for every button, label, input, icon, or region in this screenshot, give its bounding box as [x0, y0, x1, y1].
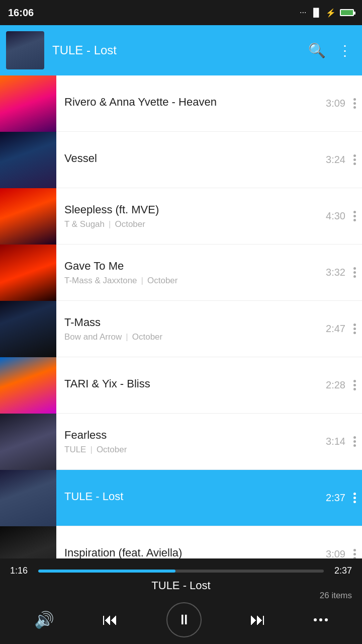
song-title-sleepless: Sleepless (ft. MVE)	[64, 203, 311, 217]
sep-sleepless: |	[109, 219, 111, 229]
progress-bar-container[interactable]	[38, 570, 324, 573]
song-title-inspiration: Inspiration (feat. Aviella)	[64, 546, 311, 558]
song-meta-fearless: TULE | October	[64, 445, 311, 455]
song-right-gave: 3:32	[319, 267, 362, 278]
more-vert-icon-sleepless[interactable]	[353, 211, 356, 221]
song-item-bliss[interactable]: TARI & Yix - Bliss 2:28	[0, 357, 362, 414]
song-meta-sleepless: T & Sugah | October	[64, 219, 311, 229]
song-thumb-fearless	[0, 414, 56, 470]
rewind-icon[interactable]: ⏮	[102, 610, 118, 629]
battery-lightning: ⚡	[326, 8, 336, 18]
song-info-lost: TULE - Lost	[56, 490, 319, 506]
song-thumb-bliss	[0, 357, 56, 414]
song-right-inspiration: 3:09	[319, 548, 362, 558]
more-controls[interactable]	[314, 618, 328, 621]
song-artist-sleepless: T & Sugah	[64, 219, 105, 229]
status-time: 16:06	[8, 7, 34, 19]
ctrl-dot-1	[314, 618, 317, 621]
sep-fearless: |	[90, 445, 92, 455]
song-thumb-gave	[0, 245, 56, 301]
song-title-lost: TULE - Lost	[64, 490, 311, 504]
more-vert-icon-heaven[interactable]	[353, 98, 356, 109]
song-item-lost[interactable]: TULE - Lost 2:37	[0, 470, 362, 526]
song-info-fearless: Fearless TULE | October	[56, 428, 319, 455]
song-meta-gave: T-Mass & Jaxxtone | October	[64, 276, 311, 286]
song-info-sleepless: Sleepless (ft. MVE) T & Sugah | October	[56, 203, 319, 229]
song-duration-vessel: 3:24	[319, 154, 345, 166]
song-duration-heaven: 3:09	[319, 98, 345, 109]
song-thumb-tmass	[0, 301, 56, 357]
song-info-inspiration: Inspiration (feat. Aviella)	[56, 546, 319, 558]
song-artist-gave: T-Mass & Jaxxtone	[64, 276, 137, 286]
song-item-sleepless[interactable]: Sleepless (ft. MVE) T & Sugah | October …	[0, 188, 362, 245]
song-right-bliss: 2:28	[319, 379, 362, 391]
progress-bar-fill	[38, 570, 175, 573]
signal-bars: ▐▌	[310, 8, 322, 17]
song-info-bliss: TARI & Yix - Bliss	[56, 377, 319, 393]
song-artist-tmass: Bow and Arrow	[64, 332, 122, 342]
status-bar: 16:06 ··· ▐▌ ⚡	[0, 0, 362, 25]
song-right-vessel: 3:24	[319, 154, 362, 166]
app-header: TULE - Lost 🔍 ⋮	[0, 25, 362, 75]
more-vert-icon-gave[interactable]	[353, 267, 356, 278]
song-duration-fearless: 3:14	[319, 436, 345, 447]
song-title-gave: Gave To Me	[64, 259, 311, 274]
song-duration-tmass: 2:47	[319, 323, 345, 335]
song-album-tmass: October	[132, 332, 162, 342]
more-vert-icon[interactable]: ⋮	[338, 42, 352, 59]
song-right-lost: 2:37	[319, 492, 362, 504]
song-right-heaven: 3:09	[319, 98, 362, 109]
song-album-gave: October	[147, 276, 177, 286]
song-duration-lost: 2:37	[319, 492, 345, 504]
song-item-gave[interactable]: Gave To Me T-Mass & Jaxxtone | October 3…	[0, 245, 362, 301]
signal-dots: ···	[300, 8, 306, 17]
song-duration-gave: 3:32	[319, 267, 345, 278]
player-controls: 🔊 ⏮ ⏸ ⏭	[0, 595, 362, 644]
song-duration-bliss: 2:28	[319, 379, 345, 391]
fast-forward-icon[interactable]: ⏭	[250, 610, 266, 629]
search-icon[interactable]: 🔍	[308, 42, 326, 59]
time-current: 1:16	[10, 566, 32, 576]
items-badge: 26 items	[320, 591, 352, 601]
more-vert-icon-lost[interactable]	[353, 493, 356, 503]
sep-gave: |	[141, 276, 143, 286]
status-right: ··· ▐▌ ⚡	[300, 8, 354, 18]
song-meta-tmass: Bow and Arrow | October	[64, 332, 311, 342]
player-now-playing-title: TULE - Lost	[0, 576, 362, 595]
song-item-inspiration[interactable]: Inspiration (feat. Aviella) 3:09	[0, 526, 362, 558]
song-thumb-lost	[0, 470, 56, 526]
more-vert-icon-tmass[interactable]	[353, 324, 356, 334]
more-vert-icon-bliss[interactable]	[353, 380, 356, 390]
song-info-gave: Gave To Me T-Mass & Jaxxtone | October	[56, 259, 319, 286]
song-duration-sleepless: 4:30	[319, 210, 345, 222]
song-title-fearless: Fearless	[64, 428, 311, 443]
song-item-heaven[interactable]: Rivero & Anna Yvette - Heaven 3:09	[0, 75, 362, 132]
song-title-heaven: Rivero & Anna Yvette - Heaven	[64, 95, 311, 110]
player-bar: 1:16 2:37 TULE - Lost 26 items 🔊 ⏮ ⏸ ⏭	[0, 558, 362, 644]
song-thumb-vessel	[0, 132, 56, 188]
header-title: TULE - Lost	[52, 43, 308, 57]
song-thumb-heaven	[0, 75, 56, 132]
song-info-tmass: T-Mass Bow and Arrow | October	[56, 315, 319, 342]
song-right-tmass: 2:47	[319, 323, 362, 335]
song-info-vessel: Vessel	[56, 151, 319, 168]
more-vert-icon-vessel[interactable]	[353, 154, 356, 165]
song-item-vessel[interactable]: Vessel 3:24	[0, 132, 362, 188]
song-right-sleepless: 4:30	[319, 210, 362, 222]
more-vert-icon-inspiration[interactable]	[353, 549, 356, 558]
song-title-tmass: T-Mass	[64, 315, 311, 330]
volume-icon[interactable]: 🔊	[34, 610, 54, 629]
header-thumb-img	[6, 31, 44, 69]
song-title-vessel: Vessel	[64, 151, 311, 166]
song-list: Rivero & Anna Yvette - Heaven 3:09 Vesse…	[0, 75, 362, 558]
ctrl-dot-3	[325, 618, 328, 621]
song-album-sleepless: October	[115, 219, 145, 229]
more-vert-icon-fearless[interactable]	[353, 436, 356, 447]
song-title-bliss: TARI & Yix - Bliss	[64, 377, 311, 391]
song-right-fearless: 3:14	[319, 436, 362, 447]
song-item-tmass[interactable]: T-Mass Bow and Arrow | October 2:47	[0, 301, 362, 357]
play-pause-button[interactable]: ⏸	[166, 602, 202, 637]
song-item-fearless[interactable]: Fearless TULE | October 3:14	[0, 414, 362, 470]
sep-tmass: |	[126, 332, 128, 342]
ctrl-dot-2	[319, 618, 322, 621]
